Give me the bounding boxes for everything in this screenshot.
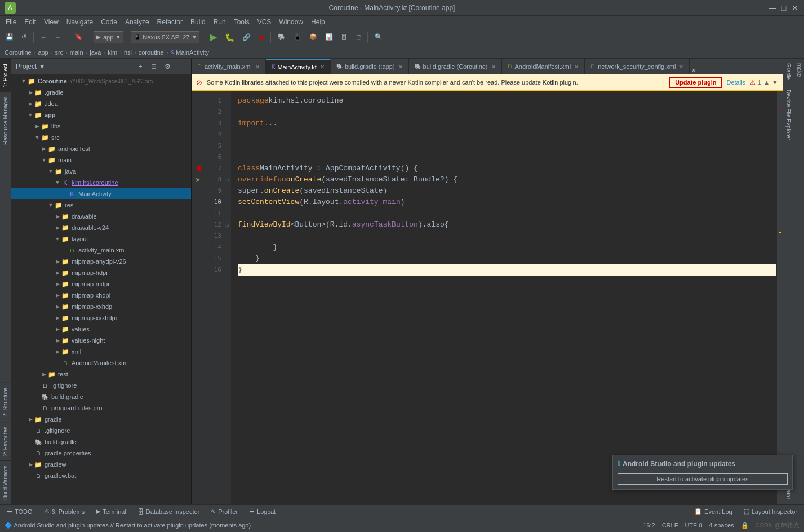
tree-gradlew[interactable]: ▶ 📁 gradlew <box>11 459 191 470</box>
search-everywhere-btn[interactable]: 🔍 <box>371 30 386 44</box>
menu-navigate[interactable]: Navigate <box>63 17 96 27</box>
tree-app[interactable]: ▼ 📁 app <box>11 109 191 121</box>
tree-build-gradle-app[interactable]: 🐘 build.gradle <box>11 391 191 402</box>
attach-debugger-btn[interactable]: 🔗 <box>239 30 254 44</box>
status-position[interactable]: 16:2 <box>643 522 655 529</box>
logcat-bottom-tab[interactable]: ☰ Logcat <box>247 507 278 516</box>
menu-analyze[interactable]: Analyze <box>122 17 153 27</box>
avd-manager-btn[interactable]: 📱 <box>290 30 305 44</box>
tab-close-androidmanifest[interactable]: ✕ <box>574 64 579 70</box>
sdk-manager-btn[interactable]: 📦 <box>306 30 321 44</box>
breadcrumb-kim[interactable]: kim <box>108 49 117 56</box>
tab-close-activity-main[interactable]: ✕ <box>255 64 260 70</box>
breadcrumb-coroutine[interactable]: Coroutine <box>5 49 32 56</box>
tree-mipmap-xxhdpi[interactable]: ▶ 📁 mipmap-xxhdpi <box>11 301 191 312</box>
tree-test[interactable]: ▶ 📁 test <box>11 369 191 380</box>
tree-gradle-folder[interactable]: ▶ 📁 gradle <box>11 414 191 425</box>
tab-close-build-gradle-app[interactable]: ✕ <box>398 64 403 70</box>
tab-close-network-security[interactable]: ✕ <box>679 64 683 70</box>
layout-inspector-btn-toolbar[interactable]: ⬚ <box>352 30 364 44</box>
problems-bottom-tab[interactable]: ⚠ 6: Problems <box>42 507 87 516</box>
code-editor[interactable]: ➤ 1 2 3 4 5 6 7 8 9 10 11 12 13 14 15 16 <box>192 91 783 504</box>
device-file-explorer-right-tab[interactable]: Device File Explorer <box>783 85 794 145</box>
status-indent[interactable]: 4 spaces <box>709 522 734 529</box>
tree-mipmap-mdpi[interactable]: ▶ 📁 mipmap-mdpi <box>11 278 191 290</box>
tree-values[interactable]: ▶ 📁 values <box>11 323 191 335</box>
tab-activity-main-xml[interactable]: 🗋 activity_main.xml ✕ <box>192 59 266 74</box>
tab-close-mainactivity[interactable]: ✕ <box>320 64 325 70</box>
project-panel-collapse[interactable]: ⊟ <box>148 61 159 72</box>
tree-java[interactable]: ▼ 📁 java <box>11 166 191 177</box>
gradle-sync-btn[interactable]: 🐘 <box>274 30 289 44</box>
code-content[interactable]: package kim.hsl.coroutine import ... cla… <box>231 91 783 504</box>
menu-build[interactable]: Build <box>187 17 209 27</box>
tab-mainactivity-kt[interactable]: K MainActivity.kt ✕ <box>266 59 331 74</box>
maximize-button[interactable]: □ <box>779 3 788 12</box>
menu-help[interactable]: Help <box>308 17 328 27</box>
tab-overflow-btn[interactable]: » <box>690 66 698 74</box>
tree-gitignore-root[interactable]: 🗋 .gitignore <box>11 425 191 436</box>
fold-marker-12[interactable]: ⊟ <box>225 223 229 228</box>
fold-marker-8[interactable]: ⊟ <box>225 178 229 183</box>
tree-kim-hsl-coroutine[interactable]: ▼ K kim.hsl.coroutine <box>11 177 191 188</box>
gradle-right-tab[interactable]: Gradle <box>783 59 794 85</box>
favorites-side-tab[interactable]: 2: Favorites <box>0 422 11 460</box>
tree-mipmap-hdpi[interactable]: ▶ 📁 mipmap-hdpi <box>11 267 191 278</box>
tab-build-gradle-app[interactable]: 🐘 build.gradle (:app) ✕ <box>331 59 409 74</box>
breadcrumb-app[interactable]: app <box>38 49 48 56</box>
tree-activity-main-xml[interactable]: 🗋 activity_main.xml <box>11 245 191 256</box>
tree-main[interactable]: ▼ 📁 main <box>11 154 191 166</box>
tree-layout[interactable]: ▼ 📁 layout <box>11 233 191 245</box>
make-tab[interactable]: make <box>794 59 804 81</box>
app-selector[interactable]: ▶ app ▼ <box>94 31 123 43</box>
project-panel-add[interactable]: + <box>135 61 146 72</box>
tree-idea[interactable]: ▶ 📁 .idea <box>11 98 191 109</box>
tree-libs[interactable]: ▶ 📁 libs <box>11 121 191 132</box>
database-inspector-btn[interactable]: 🗄 <box>337 30 350 44</box>
event-log-bottom-tab[interactable]: 📋 Event Log <box>692 507 735 516</box>
tree-res[interactable]: ▼ 📁 res <box>11 200 191 211</box>
resource-manager-side-tab[interactable]: Resource Manager <box>0 92 11 149</box>
tree-androidtest[interactable]: ▶ 📁 androidTest <box>11 143 191 154</box>
breadcrumb-java[interactable]: java <box>90 49 101 56</box>
menu-vcs[interactable]: VCS <box>254 17 275 27</box>
tree-drawable[interactable]: ▶ 📁 drawable <box>11 211 191 222</box>
toolbar-bookmark-btn[interactable]: 🔖 <box>72 30 86 44</box>
menu-view[interactable]: View <box>41 17 62 27</box>
todo-bottom-tab[interactable]: ☰ TODO <box>5 507 35 516</box>
breadcrumb-main[interactable]: main <box>70 49 83 56</box>
project-panel-hide[interactable]: — <box>175 61 186 72</box>
tree-drawable-v24[interactable]: ▶ 📁 drawable-v24 <box>11 222 191 233</box>
tab-androidmanifest[interactable]: 🗋 AndroidManifest.xml ✕ <box>502 59 585 74</box>
menu-code[interactable]: Code <box>97 17 121 27</box>
project-side-tab[interactable]: 1: Project <box>0 59 11 92</box>
breadcrumb-src[interactable]: src <box>55 49 63 56</box>
layout-inspector-bottom-tab[interactable]: ⬚ Layout Inspector <box>741 507 799 516</box>
tree-gradlew-bat[interactable]: 🗋 gradlew.bat <box>11 470 191 481</box>
tree-gradle-properties[interactable]: 🗋 gradle.properties <box>11 447 191 459</box>
run-button[interactable]: ▶ <box>207 30 220 44</box>
close-button[interactable]: ✕ <box>790 3 799 12</box>
tree-coroutine-root[interactable]: ▼ 📁 Coroutine Y:\002_WorkSpace\001_AS\Co… <box>11 76 191 87</box>
database-inspector-bottom-tab[interactable]: 🗄 Database Inspector <box>135 507 202 516</box>
build-variants-side-tab[interactable]: Build Variants <box>0 460 11 504</box>
project-panel-settings[interactable]: ⚙ <box>162 61 173 72</box>
menu-file[interactable]: File <box>2 17 20 27</box>
status-encoding[interactable]: UTF-8 <box>685 522 702 529</box>
profiler-bottom-tab[interactable]: ∿ Profiler <box>208 507 240 516</box>
tree-values-night[interactable]: ▶ 📁 values-night <box>11 335 191 346</box>
toolbar-sync-btn[interactable]: ↺ <box>18 30 30 44</box>
menu-window[interactable]: Window <box>276 17 307 27</box>
breadcrumb-coroutine-pkg[interactable]: coroutine <box>139 49 164 56</box>
tab-network-security[interactable]: 🗋 network_security_config.xml ✕ <box>585 59 690 74</box>
tree-gradle-hidden[interactable]: ▶ 📁 .gradle <box>11 87 191 98</box>
stop-button[interactable]: ■ <box>255 30 266 44</box>
menu-run[interactable]: Run <box>210 17 229 27</box>
toolbar-forward-btn[interactable]: → <box>51 30 64 44</box>
menu-edit[interactable]: Edit <box>21 17 39 27</box>
tree-mainactivity[interactable]: K MainActivity <box>11 188 191 200</box>
update-plugin-button[interactable]: Update plugin <box>669 77 722 88</box>
debug-button[interactable]: 🐛 <box>221 30 238 44</box>
restart-plugin-button[interactable]: Restart to activate plugin updates <box>618 473 788 485</box>
tree-mipmap-xhdpi[interactable]: ▶ 📁 mipmap-xhdpi <box>11 290 191 301</box>
